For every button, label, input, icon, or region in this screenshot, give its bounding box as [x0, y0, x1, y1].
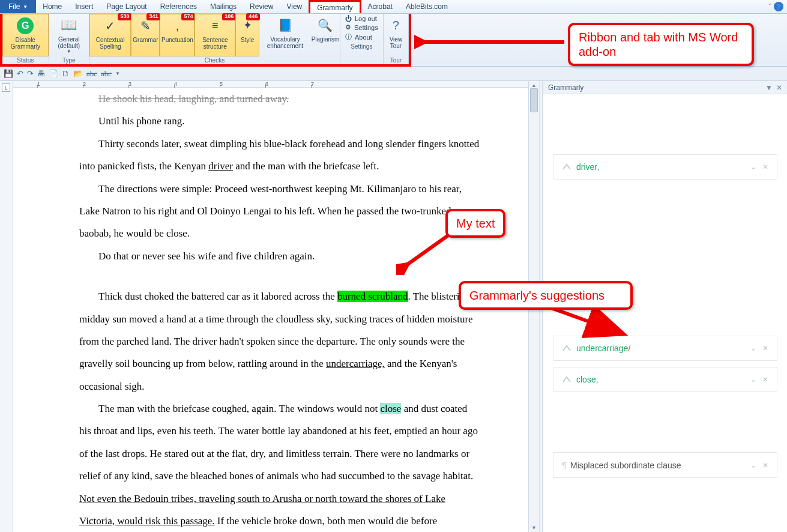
file-tab[interactable]: File ▼: [0, 0, 36, 13]
logout-button[interactable]: ⏻Log out: [345, 15, 378, 22]
suggestion-card-clause[interactable]: ¶ Misplaced subordinate clause ⌄✕: [553, 452, 777, 478]
contextual-badge: 530: [118, 13, 131, 20]
vocabulary-icon: 📘: [278, 16, 293, 35]
punctuation-badge: 574: [181, 13, 195, 20]
dismiss-icon[interactable]: ✕: [762, 163, 768, 171]
file-tab-label: File: [8, 2, 20, 11]
document-scroll: 1 2 3 4 5 6 7 He shook his head, laughin…: [13, 81, 528, 532]
chevron-down-icon[interactable]: ⌄: [750, 344, 756, 352]
document-page[interactable]: He shook his head, laughing, and turned …: [13, 88, 511, 532]
ruler-tick: 6: [265, 81, 311, 87]
panel-dropdown-icon[interactable]: ▼: [765, 83, 773, 92]
suggestion-word: driver: [576, 162, 597, 172]
flagged-word-close[interactable]: close: [380, 403, 401, 414]
undo-icon[interactable]: ↶: [17, 69, 23, 78]
chevron-down-icon[interactable]: ⌄: [750, 163, 756, 171]
panel-title: Grammarly: [548, 83, 583, 92]
ruler-tick: 5: [220, 81, 265, 87]
grammar-button[interactable]: 341 ✎ Grammar: [131, 14, 160, 56]
tab-acrobat[interactable]: Acrobat: [361, 0, 399, 13]
chevron-down-icon[interactable]: ⌄: [750, 375, 756, 384]
qat-dropdown-icon[interactable]: ▼: [115, 71, 120, 76]
suggestion-card-close[interactable]: close, ⌄✕: [553, 367, 777, 392]
paragraph: The man with the briefcase coughed, agai…: [79, 397, 481, 532]
print-preview-icon[interactable]: 📄: [49, 69, 58, 78]
grammarly-ribbon: G Disable Grammarly Status 📖 General (de…: [0, 14, 411, 67]
dismiss-icon[interactable]: ✕: [762, 375, 768, 384]
vocabulary-button[interactable]: 📘 Vocabulary enhancement: [259, 14, 311, 56]
scrollbar-thumb[interactable]: [530, 88, 538, 112]
paragraph: Thick dust choked the battered car as it…: [79, 285, 481, 397]
suggestion-card-driver[interactable]: driver, ⌄✕: [553, 154, 777, 180]
arrow-to-ribbon: [414, 33, 570, 51]
grammarly-panel-header: Grammarly ▼ ✕: [543, 81, 787, 94]
callout-ribbon: Ribbon and tab with MS Word add-on: [568, 23, 754, 66]
tab-grammarly[interactable]: Grammarly: [309, 0, 361, 13]
plagiarism-button[interactable]: 🔍 Plagiarism: [311, 14, 340, 56]
ruler-tick: 1: [37, 81, 83, 87]
help-circle-icon: ?: [393, 16, 399, 35]
grammar-badge: 341: [146, 13, 160, 20]
dismiss-icon[interactable]: ✕: [762, 461, 768, 470]
punctuation-icon: ,: [176, 16, 179, 35]
strikethrough2-icon[interactable]: abc: [101, 69, 112, 79]
style-button[interactable]: 446 ✦ Style: [235, 14, 259, 56]
settings-button[interactable]: ⚙Settings: [345, 23, 378, 31]
spelling-icon: ✓: [105, 16, 115, 35]
settings-group-label: Settings: [340, 43, 383, 50]
ruler-tick: 2: [83, 81, 128, 87]
paragraph-icon: ¶: [562, 460, 567, 470]
strikethrough-icon[interactable]: abc: [86, 69, 97, 79]
tab-references[interactable]: References: [154, 0, 204, 13]
vocabulary-label: Vocabulary enhancement: [262, 36, 309, 49]
paragraph: He shook his head, laughing, and turned …: [79, 88, 481, 110]
gear-icon: ⚙: [345, 23, 351, 31]
disable-grammarly-button[interactable]: G Disable Grammarly: [2, 14, 49, 56]
redo-icon[interactable]: ↷: [27, 69, 34, 78]
save-icon[interactable]: 💾: [4, 69, 13, 78]
structure-icon: ≡: [212, 16, 219, 35]
tab-mailings[interactable]: Mailings: [204, 0, 243, 13]
logout-label: Log out: [355, 15, 377, 22]
about-button[interactable]: ⓘAbout: [345, 32, 378, 41]
about-label: About: [355, 34, 372, 41]
tab-page-layout[interactable]: Page Layout: [100, 0, 153, 13]
document-area: L 1 2 3 4 5 6 7 He shook his head, laugh…: [0, 81, 539, 532]
style-badge: 446: [246, 13, 260, 20]
sentence-structure-button[interactable]: 106 ≡ Sentence structure: [194, 14, 235, 56]
plagiarism-icon: 🔍: [318, 16, 333, 35]
flagged-word-undercarriage[interactable]: undercarriage,: [326, 358, 385, 369]
view-tour-button[interactable]: ? View Tour: [384, 14, 408, 56]
tab-selector[interactable]: L: [2, 83, 10, 92]
sentence-badge: 106: [222, 13, 236, 20]
minimize-ribbon-icon[interactable]: ˆ: [769, 2, 771, 11]
chevron-down-icon[interactable]: ⌄: [750, 461, 756, 470]
svg-line-1: [405, 232, 453, 266]
contextual-spelling-button[interactable]: 530 ✓ Contextual Spelling: [89, 14, 131, 56]
power-icon: ⏻: [345, 15, 352, 22]
open-icon[interactable]: 📂: [73, 69, 83, 78]
grammar-label: Grammar: [133, 37, 158, 43]
ruler-tick: 3: [128, 81, 174, 87]
svg-line-2: [546, 306, 621, 333]
suggestion-text: Misplaced subordinate clause: [570, 461, 681, 470]
document-type-label: General (default): [52, 36, 87, 49]
new-doc-icon[interactable]: 🗋: [62, 69, 70, 78]
dismiss-icon[interactable]: ✕: [762, 344, 768, 352]
tab-view[interactable]: View: [280, 0, 309, 13]
callout-text: Grammarly's suggestions: [469, 289, 605, 302]
help-icon[interactable]: ?: [774, 2, 783, 11]
print-icon[interactable]: 🖶: [37, 69, 45, 78]
panel-close-icon[interactable]: ✕: [776, 83, 782, 92]
document-type-button[interactable]: 📖 General (default) ▼: [49, 14, 89, 56]
tab-insert[interactable]: Insert: [68, 0, 100, 13]
tab-home[interactable]: Home: [36, 0, 68, 13]
tab-ablebits[interactable]: AbleBits.com: [399, 0, 454, 13]
scroll-down-icon[interactable]: ▼: [529, 524, 539, 532]
flagged-word-driver[interactable]: driver: [208, 160, 233, 172]
highlighted-burned-scrubland[interactable]: burned scrubland: [337, 291, 408, 302]
tab-review[interactable]: Review: [243, 0, 280, 13]
callout-suggestions: Grammarly's suggestions: [459, 281, 633, 310]
vertical-ruler: L: [0, 81, 13, 532]
punctuation-button[interactable]: 574 , Punctuation: [160, 14, 194, 56]
